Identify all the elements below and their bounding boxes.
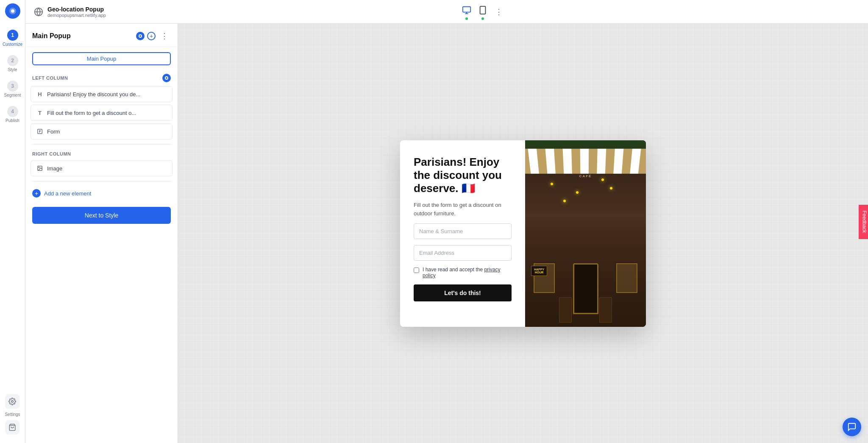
heading-element[interactable]: H Parisians! Enjoy the discount you de..… — [31, 86, 172, 102]
name-surname-input[interactable] — [414, 223, 512, 239]
target-icon — [136, 32, 145, 40]
sidebar-header-actions: + ⋮ — [136, 31, 171, 42]
desktop-view-button[interactable] — [460, 4, 473, 17]
popup-subtitle: Fill out the form to get a discount on o… — [414, 201, 512, 217]
svg-point-1 — [11, 9, 14, 13]
nav-item-style[interactable]: 2 Style — [0, 51, 25, 76]
sidebar-title: Main Popup — [32, 32, 71, 40]
desktop-icon — [462, 6, 471, 15]
light-1 — [551, 183, 553, 185]
step-2-label: Style — [8, 67, 17, 72]
chat-button[interactable] — [843, 418, 861, 436]
text-element[interactable]: T Fill out the form to get a discount o.… — [31, 105, 172, 121]
store-button[interactable] — [5, 420, 19, 435]
nav-item-segment[interactable]: 3 Segment — [0, 76, 25, 102]
popup-left-panel: Parisians! Enjoy the discount you deserv… — [400, 140, 525, 327]
email-address-input[interactable] — [414, 245, 512, 261]
sidebar: Main Popup + ⋮ Main Popup LEFT COLUMN H … — [25, 24, 178, 443]
right-column-label: RIGHT COLUMN — [25, 148, 178, 159]
heading-icon: H — [36, 90, 44, 98]
happy-hour-sign: HAPPYHOUR — [531, 266, 547, 276]
step-4-circle: 4 — [7, 106, 18, 117]
plus-icon: + — [32, 189, 41, 198]
desktop-active-dot — [465, 17, 468, 20]
add-element-label: Add a new element — [44, 190, 91, 197]
mobile-view-button[interactable] — [476, 4, 489, 17]
device-switcher: ⋮ — [460, 4, 505, 20]
add-element-row[interactable]: + Add a new element — [25, 185, 178, 202]
cafe-door — [573, 263, 598, 314]
cafe-awning — [525, 148, 646, 173]
popup-title: Parisians! Enjoy the discount you deserv… — [414, 156, 512, 195]
privacy-checkbox[interactable] — [414, 267, 419, 273]
image-label: Image — [47, 165, 62, 172]
image-icon — [36, 164, 44, 172]
privacy-checkbox-row: I have read and accept the privacy polic… — [414, 267, 512, 279]
site-url: demopopupsmart.netlify.app — [47, 13, 106, 18]
form-icon — [36, 128, 44, 135]
top-bar-left: Geo-location Popup demopopupsmart.netlif… — [34, 6, 106, 18]
step-1-circle: 1 — [7, 30, 18, 41]
mobile-icon — [478, 6, 487, 15]
canvas: × Parisians! Enjoy the discount you dese… — [178, 24, 868, 443]
light-5 — [610, 187, 612, 189]
top-bar: Geo-location Popup demopopupsmart.netlif… — [25, 0, 868, 24]
image-element[interactable]: Image — [31, 160, 172, 176]
chair-right — [599, 297, 612, 323]
step-3-circle: 3 — [7, 81, 18, 92]
site-info: Geo-location Popup demopopupsmart.netlif… — [47, 6, 106, 18]
nav-bottom: Settings — [5, 394, 20, 440]
light-3 — [601, 178, 604, 181]
sidebar-header: Main Popup + ⋮ — [25, 24, 178, 47]
chat-icon — [847, 422, 857, 432]
popup-right-panel: CAFÉ HAPPYHOUR — [525, 140, 646, 327]
nav-item-customize[interactable]: 1 Customize — [0, 25, 25, 51]
add-element-icon[interactable]: + — [147, 32, 156, 40]
step-1-label: Customize — [3, 42, 22, 47]
step-3-label: Segment — [4, 93, 21, 98]
section-divider — [32, 144, 171, 145]
settings-label: Settings — [5, 412, 20, 417]
light-4 — [563, 200, 566, 202]
cafe-sign: CAFÉ — [579, 174, 592, 178]
next-to-style-button[interactable]: Next to Style — [32, 207, 171, 224]
svg-rect-6 — [463, 6, 470, 12]
svg-point-16 — [39, 167, 39, 168]
privacy-text: I have read and accept the privacy polic… — [423, 267, 512, 279]
main-popup-button[interactable]: Main Popup — [32, 52, 171, 65]
step-4-label: Publish — [6, 118, 19, 123]
sidebar-more-button[interactable]: ⋮ — [158, 31, 171, 42]
site-name: Geo-location Popup — [47, 6, 106, 13]
text-icon: T — [36, 109, 44, 117]
settings-button[interactable] — [5, 394, 19, 409]
popup-modal: × Parisians! Enjoy the discount you dese… — [400, 140, 646, 327]
text-label: Fill out the form to get a discount o... — [47, 110, 136, 116]
left-col-target-icon — [162, 74, 171, 82]
nav-rail: 1 Customize 2 Style 3 Segment 4 Publish … — [0, 0, 25, 443]
globe-icon — [34, 7, 43, 17]
form-element[interactable]: Form — [31, 123, 172, 139]
step-2-circle: 2 — [7, 55, 18, 66]
feedback-button[interactable]: Feedback — [859, 204, 868, 239]
svg-point-2 — [11, 401, 14, 403]
app-logo[interactable] — [5, 3, 20, 19]
cafe-window-right — [616, 263, 637, 293]
left-column-label: LEFT COLUMN — [25, 70, 178, 85]
heading-label: Parisians! Enjoy the discount you de... — [47, 91, 140, 98]
cafe-image: CAFÉ HAPPYHOUR — [525, 140, 646, 327]
mobile-active-dot — [481, 17, 484, 20]
more-options-button[interactable]: ⋮ — [492, 6, 505, 17]
chair-left — [559, 297, 572, 323]
elements-divider — [32, 181, 171, 181]
cta-button[interactable]: Let's do this! — [414, 284, 512, 301]
nav-item-publish[interactable]: 4 Publish — [0, 102, 25, 127]
light-2 — [576, 191, 579, 194]
form-label: Form — [47, 128, 60, 135]
